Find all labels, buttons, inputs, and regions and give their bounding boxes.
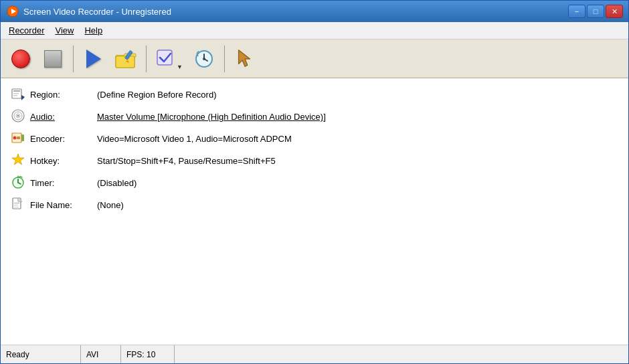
clock-icon — [194, 49, 214, 69]
svg-point-10 — [203, 58, 205, 60]
svg-point-21 — [17, 115, 19, 117]
options-button[interactable]: ▼ — [152, 44, 187, 74]
open-button[interactable] — [111, 44, 141, 74]
menu-recorder[interactable]: Recorder — [3, 23, 50, 37]
file-icon — [11, 197, 25, 211]
menu-view-label: View — [55, 25, 74, 35]
filename-row: File Name: (None) — [9, 194, 620, 216]
menu-view[interactable]: View — [50, 23, 79, 37]
svg-rect-35 — [14, 207, 19, 207]
encoder-icon-cell — [9, 128, 27, 150]
menu-help[interactable]: Help — [79, 23, 108, 37]
app-icon — [6, 5, 19, 18]
status-text: Ready — [6, 350, 29, 359]
timer-row: Timer: (Disabled) — [9, 172, 620, 194]
play-button[interactable] — [79, 44, 108, 74]
maximize-button[interactable]: □ — [587, 5, 604, 18]
svg-rect-34 — [14, 205, 18, 205]
window-body: Recorder View Help — [1, 22, 628, 363]
toolbar: ▼ — [1, 39, 628, 78]
folder-icon — [115, 49, 137, 69]
main-content: Region: (Define Region Before Record) — [1, 78, 628, 345]
settings-button[interactable] — [189, 44, 219, 74]
cursor-icon — [236, 49, 254, 69]
svg-marker-17 — [21, 95, 25, 100]
main-window: Screen Video Recorder - Unregistered − □… — [0, 0, 629, 364]
hotkey-icon-cell — [9, 150, 27, 172]
timer-icon — [11, 175, 25, 189]
status-extra-panel — [175, 345, 628, 363]
encoder-label: Encoder: — [27, 128, 94, 150]
stop-button[interactable] — [38, 44, 68, 74]
status-ready-panel: Ready — [1, 345, 81, 363]
audio-icon — [11, 109, 25, 122]
encoder-icon — [11, 131, 25, 145]
filename-value: (None) — [94, 194, 620, 216]
hotkey-row: Hotkey: Start/Stop=Shift+F4, Pause/Resum… — [9, 150, 620, 172]
region-value: (Define Region Before Record) — [94, 84, 620, 106]
audio-label: Audio: — [27, 106, 94, 128]
toolbar-separator-1 — [73, 46, 74, 72]
format-text: AVI — [86, 350, 98, 359]
dropdown-arrow-icon: ▼ — [177, 64, 183, 70]
filename-icon-cell — [9, 194, 27, 216]
svg-marker-26 — [12, 154, 24, 165]
menu-bar: Recorder View Help — [1, 22, 628, 39]
encoder-value: Video=Microsoft Video 1, Audio=Microsoft… — [94, 128, 620, 150]
timer-value: (Disabled) — [94, 172, 620, 194]
menu-recorder-label: Recorder — [9, 25, 44, 35]
status-bar: Ready AVI FPS: 10 — [1, 345, 628, 363]
region-label: Region: — [27, 84, 94, 106]
svg-marker-12 — [239, 50, 250, 66]
menu-help-label: Help — [84, 25, 102, 35]
svg-rect-25 — [21, 134, 24, 141]
info-table: Region: (Define Region Before Record) — [9, 84, 620, 216]
record-icon — [11, 50, 30, 68]
minimize-button[interactable]: − — [568, 5, 586, 18]
window-title: Screen Video Recorder - Unregistered — [23, 7, 568, 17]
region-row: Region: (Define Region Before Record) — [9, 84, 620, 106]
close-button[interactable]: ✕ — [606, 5, 623, 18]
svg-rect-33 — [14, 203, 19, 203]
region-icon-cell — [9, 84, 27, 106]
hotkey-icon — [11, 153, 25, 167]
status-format-panel: AVI — [81, 345, 121, 363]
cursor-button[interactable] — [230, 44, 260, 74]
checkmark-icon — [156, 49, 176, 69]
audio-icon-cell — [9, 106, 27, 128]
window-controls: − □ ✕ — [568, 5, 623, 18]
toolbar-separator-2 — [146, 46, 147, 72]
play-icon — [86, 50, 101, 68]
audio-row: Audio: Master Volume [Microphone (High D… — [9, 106, 620, 128]
timer-label: Timer: — [27, 172, 94, 194]
audio-value[interactable]: Master Volume [Microphone (High Definiti… — [94, 106, 620, 128]
region-icon — [11, 87, 25, 100]
record-button[interactable] — [6, 44, 35, 74]
timer-icon-cell — [9, 172, 27, 194]
svg-rect-16 — [13, 95, 17, 96]
hotkey-label: Hotkey: — [27, 150, 94, 172]
fps-text: FPS: 10 — [126, 350, 155, 359]
encoder-row: Encoder: Video=Microsoft Video 1, Audio=… — [9, 128, 620, 150]
stop-icon — [44, 50, 62, 68]
toolbar-separator-3 — [224, 46, 225, 72]
svg-rect-14 — [13, 90, 20, 92]
hotkey-value: Start/Stop=Shift+F4, Pause/Resume=Shift+… — [94, 150, 620, 172]
filename-label: File Name: — [27, 194, 94, 216]
svg-rect-15 — [13, 93, 19, 94]
title-bar: Screen Video Recorder - Unregistered − □… — [1, 1, 628, 22]
svg-rect-24 — [17, 136, 20, 139]
status-fps-panel: FPS: 10 — [121, 345, 175, 363]
svg-point-23 — [13, 136, 17, 140]
